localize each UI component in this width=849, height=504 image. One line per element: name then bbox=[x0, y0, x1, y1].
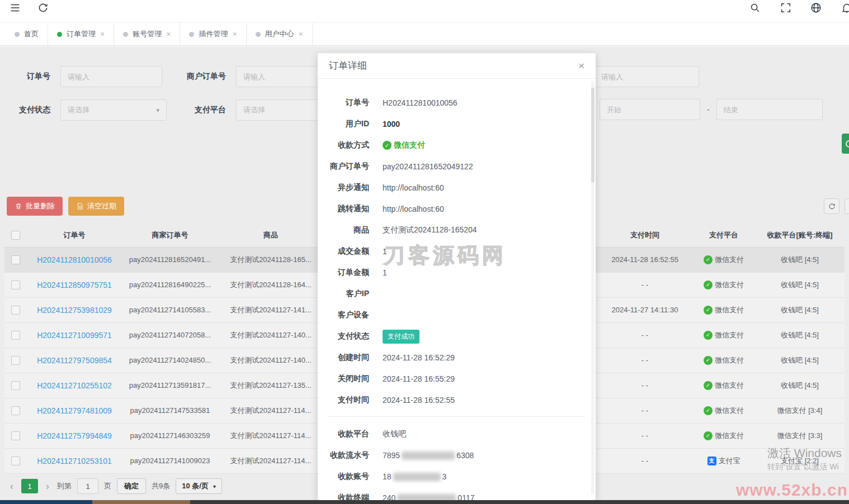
pay-platform: 微信支付 bbox=[704, 355, 744, 365]
row-checkbox[interactable] bbox=[11, 306, 20, 315]
col-order-no: 订单号 bbox=[27, 224, 122, 247]
filter-pay-status: 支付状态 请选择 ▾ bbox=[11, 99, 167, 121]
tab-label: 用户中心 bbox=[265, 29, 294, 39]
col-pay-platform: 支付平台 bbox=[692, 224, 755, 247]
field-label: 成交金额 bbox=[318, 246, 369, 256]
tab-close-icon[interactable]: × bbox=[299, 30, 303, 38]
pay-status-select[interactable]: 请选择 ▾ bbox=[60, 99, 167, 121]
extra-filter-input[interactable] bbox=[594, 66, 699, 87]
order-link[interactable]: H2024112710255102 bbox=[37, 381, 112, 390]
field-value: 1 bbox=[383, 268, 387, 277]
nav-tab[interactable]: 账号管理 × bbox=[114, 23, 180, 45]
clear-expired-button[interactable]: 清空过期 bbox=[68, 197, 124, 216]
order-detail-modal: 订单详细 × 订单号 H2024112810010056 用户ID bbox=[318, 53, 596, 500]
nav-tab[interactable]: 订单管理 × bbox=[48, 23, 114, 45]
modal-header: 订单详细 × bbox=[318, 53, 596, 79]
col-pay-time: 支付时间 bbox=[597, 224, 692, 247]
row-checkbox[interactable] bbox=[11, 431, 20, 440]
nav-tab[interactable]: 首页 bbox=[6, 23, 48, 45]
date-end-input[interactable] bbox=[716, 99, 823, 120]
pay-status-placeholder: 请选择 bbox=[68, 105, 89, 115]
batch-delete-button[interactable]: 批量删除 bbox=[7, 197, 63, 216]
merchant-order-no: pay2024112714105583... bbox=[122, 297, 218, 322]
table-settings-button-partial[interactable] bbox=[845, 198, 849, 214]
row-checkbox[interactable] bbox=[11, 406, 20, 415]
field-label: 支付时间 bbox=[318, 395, 369, 405]
receiver-platform: 收钱吧 [4:5] bbox=[755, 272, 845, 297]
pay-platform-icon bbox=[704, 280, 713, 289]
filter-order-no-label: 订单号 bbox=[11, 72, 60, 82]
col-product: 商品 bbox=[218, 224, 323, 247]
order-link[interactable]: H2024112710253101 bbox=[37, 457, 112, 465]
fullscreen-icon[interactable] bbox=[780, 2, 792, 14]
order-link[interactable]: H2024112810010056 bbox=[37, 255, 112, 264]
field-label: 收款方式 bbox=[318, 140, 369, 150]
merchant-order-no: pay2024112816490225... bbox=[122, 272, 218, 297]
tab-close-icon[interactable]: × bbox=[100, 30, 105, 38]
pay-platform-placeholder: 请选择 bbox=[243, 105, 265, 115]
field-label: 跳转通知 bbox=[318, 204, 369, 214]
order-link[interactable]: H2024112850975751 bbox=[37, 280, 112, 289]
field-label: 创建时间 bbox=[318, 353, 369, 363]
current-page-button[interactable]: 1 bbox=[21, 479, 38, 493]
select-all-checkbox[interactable] bbox=[11, 231, 20, 240]
pay-time: 2024-11-27 14:11:30 bbox=[597, 297, 692, 322]
nav-tab[interactable]: 插件管理 × bbox=[180, 23, 246, 45]
globe-language-icon[interactable] bbox=[810, 2, 822, 14]
order-link[interactable]: H2024112753981029 bbox=[37, 306, 112, 315]
detail-field-row: 支付时间 2024-11-28 16:52:55 bbox=[318, 389, 596, 411]
row-checkbox[interactable] bbox=[11, 457, 20, 465]
trash-icon bbox=[15, 202, 22, 210]
bell-icon[interactable] bbox=[841, 2, 849, 14]
next-page-icon[interactable]: › bbox=[44, 481, 51, 492]
goto-page-input[interactable] bbox=[77, 478, 98, 494]
order-no-input[interactable] bbox=[60, 66, 162, 87]
goto-confirm-button[interactable]: 确定 bbox=[117, 478, 146, 494]
tab-label: 订单管理 bbox=[67, 29, 96, 39]
pay-platform-icon bbox=[704, 431, 713, 440]
row-checkbox[interactable] bbox=[11, 280, 20, 289]
pay-platform-icon bbox=[704, 255, 713, 264]
tab-close-icon[interactable]: × bbox=[166, 30, 171, 38]
product-name: 支付测试20241127-114... bbox=[218, 423, 323, 448]
order-link[interactable]: H2024112710099571 bbox=[37, 331, 112, 340]
section-divider bbox=[328, 416, 586, 417]
field-value: 1000 bbox=[383, 120, 400, 129]
tab-label: 首页 bbox=[24, 29, 39, 39]
row-checkbox[interactable] bbox=[11, 255, 20, 264]
detail-field-row: 收款流水号 7895 6308 bbox=[318, 445, 596, 466]
field-value: http://localhost:60 bbox=[383, 205, 444, 213]
taskbar-segment bbox=[190, 500, 849, 504]
page-size-select[interactable]: 10 条/页 ▾ bbox=[176, 478, 222, 494]
goto-label: 到第 bbox=[57, 481, 72, 491]
pay-platform-icon bbox=[708, 457, 716, 465]
refresh-icon[interactable] bbox=[37, 2, 49, 14]
detail-field-row: 跳转通知 http://localhost:60 bbox=[318, 198, 596, 220]
tab-close-icon[interactable]: × bbox=[232, 30, 237, 38]
order-link[interactable]: H2024112797509854 bbox=[37, 356, 112, 365]
row-checkbox[interactable] bbox=[11, 381, 20, 390]
tab-status-dot bbox=[15, 32, 20, 37]
order-link[interactable]: H2024112797481009 bbox=[37, 406, 112, 415]
filter-pay-status-label: 支付状态 bbox=[11, 105, 60, 115]
col-merchant-no: 商家订单号 bbox=[122, 224, 218, 247]
detail-field-row: 关闭时间 2024-11-28 16:55:29 bbox=[318, 368, 596, 389]
filter-extra bbox=[594, 66, 699, 87]
search-button-partial[interactable] bbox=[842, 134, 849, 154]
close-icon[interactable]: × bbox=[578, 60, 584, 71]
search-icon[interactable] bbox=[749, 2, 761, 14]
field-label: 收款账号 bbox=[318, 472, 369, 482]
table-refresh-button[interactable] bbox=[824, 198, 839, 214]
date-start-input[interactable] bbox=[600, 99, 700, 120]
field-label: 客户设备 bbox=[318, 310, 369, 320]
chevron-down-icon: ▾ bbox=[156, 107, 159, 114]
prev-page-icon[interactable]: ‹ bbox=[8, 481, 16, 492]
modal-scrollbar-thumb[interactable] bbox=[591, 88, 595, 183]
order-link[interactable]: H2024112757994849 bbox=[37, 431, 112, 440]
row-checkbox[interactable] bbox=[11, 331, 20, 340]
nav-tab[interactable]: 用户中心 × bbox=[247, 23, 313, 45]
date-range-separator: - bbox=[707, 105, 710, 114]
row-checkbox[interactable] bbox=[11, 356, 20, 365]
pay-platform: 微信支付 bbox=[704, 330, 744, 340]
menu-collapse-icon[interactable] bbox=[9, 2, 21, 14]
